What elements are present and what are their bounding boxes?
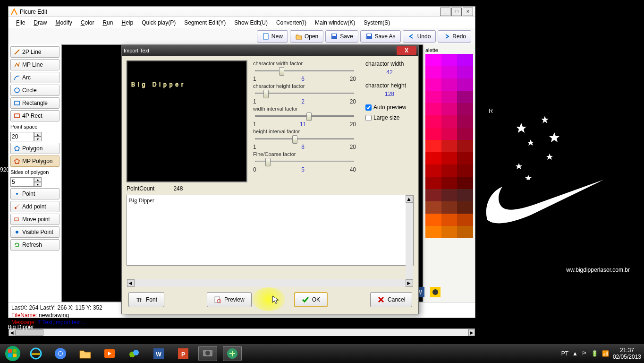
preview-button[interactable]: Preview [207, 292, 252, 307]
color-swatch[interactable] [441, 78, 458, 91]
color-swatch[interactable] [425, 78, 441, 91]
color-swatch[interactable] [441, 140, 458, 152]
sides-up[interactable]: ▲ [34, 177, 42, 182]
saveas-button[interactable]: Save As [360, 30, 401, 43]
menu-converter[interactable]: Converter(I) [272, 18, 310, 27]
close-button[interactable]: × [463, 8, 473, 16]
menu-segment-edit[interactable]: Segment Edit(Y) [180, 18, 229, 27]
color-swatch[interactable] [457, 189, 473, 201]
color-swatch[interactable] [425, 177, 441, 189]
menu-system[interactable]: System(S) [360, 18, 394, 27]
color-swatch[interactable] [441, 201, 458, 214]
color-swatch[interactable] [441, 164, 458, 177]
menu-main-window[interactable]: Main window(K) [311, 18, 359, 27]
tool-point[interactable]: Point [10, 188, 59, 199]
taskbar-word[interactable]: W [149, 346, 168, 361]
color-swatch[interactable] [457, 201, 473, 214]
color-swatch[interactable] [425, 54, 441, 66]
ok-button[interactable]: OK [294, 292, 328, 307]
menu-help[interactable]: Help [118, 18, 137, 27]
taskbar-media[interactable] [100, 346, 119, 361]
menu-quickplay[interactable]: Quick play(P) [138, 18, 179, 27]
color-swatch[interactable] [441, 189, 458, 201]
minimize-button[interactable]: _ [440, 8, 450, 16]
color-swatch[interactable] [425, 140, 441, 152]
tool-refresh[interactable]: Refresh [10, 239, 59, 251]
color-swatch[interactable] [425, 66, 441, 78]
new-button[interactable]: New [257, 30, 288, 43]
open-button[interactable]: Open [290, 30, 323, 43]
menu-color[interactable]: Color [77, 18, 98, 27]
tool-rectangle[interactable]: Rectangle [10, 97, 59, 109]
color-swatch[interactable] [441, 177, 458, 189]
color-swatch[interactable] [441, 128, 458, 140]
tool-2p-line[interactable]: 2P Line [10, 46, 59, 58]
color-swatch[interactable] [425, 115, 441, 128]
color-swatch[interactable] [441, 152, 458, 164]
start-button[interactable] [3, 344, 23, 363]
tool-add-point[interactable]: Add point [10, 201, 59, 212]
slider-heightinterval[interactable]: 1820 [253, 135, 356, 148]
color-swatch[interactable] [425, 214, 441, 226]
taskbar-ie[interactable] [26, 346, 45, 361]
lang-indicator[interactable]: PT [561, 350, 568, 357]
menu-file[interactable]: File [12, 18, 29, 27]
dialog-close-button[interactable]: X [397, 46, 416, 55]
tray-flag-icon[interactable]: 🏳 [582, 350, 587, 357]
text-input[interactable] [127, 195, 414, 266]
save-button[interactable]: Save [325, 30, 358, 43]
pointspace-down[interactable]: ▼ [34, 137, 42, 141]
slider-finecoarse[interactable]: 0540 [253, 158, 356, 171]
color-swatch[interactable] [425, 128, 441, 140]
tray-wifi-icon[interactable]: 📶 [602, 350, 609, 357]
taskbar-app1[interactable] [198, 346, 217, 361]
textarea-h-scrollbar[interactable]: ◄► [127, 279, 413, 287]
color-swatch[interactable] [425, 164, 441, 177]
autopreview-checkbox[interactable]: Auto preview [365, 104, 414, 111]
tool-circle[interactable]: Circle [10, 85, 59, 96]
color-swatch[interactable] [457, 214, 473, 226]
color-swatch[interactable] [457, 128, 473, 140]
sides-down[interactable]: ▼ [34, 182, 42, 187]
color-swatch[interactable] [425, 201, 441, 214]
taskbar-explorer[interactable] [76, 346, 94, 361]
taskbar-app2[interactable] [223, 346, 242, 361]
color-swatch[interactable] [441, 103, 458, 115]
tray-up-icon[interactable]: ▲ [572, 350, 578, 357]
color-swatch[interactable] [441, 54, 458, 66]
color-swatch[interactable] [457, 115, 473, 128]
font-button[interactable]: TfFont [128, 292, 164, 307]
color-swatch[interactable] [457, 140, 473, 152]
maximize-button[interactable]: □ [451, 8, 462, 16]
tool-arc[interactable]: Arc [10, 72, 59, 83]
taskbar-msn[interactable] [125, 346, 144, 361]
tool-move-point[interactable]: Move point [10, 214, 59, 225]
menu-show-edit[interactable]: Show Edit(U) [230, 18, 271, 27]
color-swatch[interactable] [441, 226, 458, 238]
redo-button[interactable]: Redo [438, 30, 471, 43]
slider-heightfactor[interactable]: 1220 [253, 90, 356, 103]
clock[interactable]: 21:37 02/05/2013 [613, 347, 641, 361]
color-swatch[interactable] [457, 78, 473, 91]
slider-widthinterval[interactable]: 11120 [253, 112, 356, 126]
color-swatch[interactable] [425, 152, 441, 164]
tool-4p-rect[interactable]: 4P Rect [10, 110, 59, 121]
menu-draw[interactable]: Draw [30, 18, 51, 27]
color-swatch[interactable] [457, 103, 473, 115]
taskbar-chrome[interactable] [51, 346, 70, 361]
color-swatch[interactable] [441, 66, 458, 78]
menu-modify[interactable]: Modify [51, 18, 76, 27]
textarea-v-scrollbar[interactable]: ▲ [406, 195, 413, 279]
h-scrollbar[interactable]: ◄ ► [8, 328, 475, 336]
tool-visible-point[interactable]: Visible Point [10, 226, 59, 238]
largesize-checkbox[interactable]: Large size [365, 114, 414, 121]
slider-widthfactor[interactable]: 1620 [253, 67, 356, 80]
color-swatch[interactable] [425, 103, 441, 115]
color-swatch[interactable] [457, 91, 473, 103]
color-swatch[interactable] [457, 152, 473, 164]
pointspace-up[interactable]: ▲ [34, 132, 42, 137]
color-swatch[interactable] [425, 226, 441, 238]
color-swatch[interactable] [425, 91, 441, 103]
menu-run[interactable]: Run [99, 18, 117, 27]
color-swatch[interactable] [425, 189, 441, 201]
